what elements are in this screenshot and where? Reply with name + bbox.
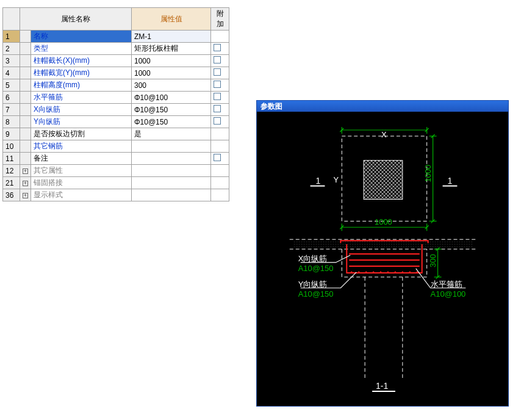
header-value[interactable]: 属性值 <box>132 8 211 31</box>
row-number-cell[interactable]: 5 <box>3 79 20 92</box>
table-row[interactable]: 12+其它属性 <box>3 165 229 177</box>
property-value-cell[interactable]: 矩形托板柱帽 <box>132 43 211 55</box>
table-row[interactable]: 9是否按板边切割是 <box>3 128 229 140</box>
row-number-cell[interactable]: 11 <box>3 153 20 165</box>
property-name-cell[interactable]: 是否按板边切割 <box>31 128 132 140</box>
checkbox-icon[interactable] <box>214 93 221 100</box>
dim-300-text: 300 <box>428 254 437 267</box>
row-number-cell[interactable]: 6 <box>3 92 20 104</box>
table-row[interactable]: 11备注 <box>3 153 229 165</box>
label-yrebar: Y向纵筋 <box>298 280 328 289</box>
property-value-cell[interactable] <box>132 189 211 201</box>
checkbox-icon[interactable] <box>214 44 221 51</box>
property-value-cell[interactable]: Φ10@150 <box>132 116 211 128</box>
expand-cell[interactable]: + <box>20 165 31 177</box>
plus-icon[interactable]: + <box>23 193 28 198</box>
checkbox-icon[interactable] <box>214 105 221 112</box>
table-row[interactable]: 21+锚固搭接 <box>3 177 229 189</box>
expand-cell <box>20 104 31 116</box>
row-number-cell[interactable]: 8 <box>3 116 20 128</box>
row-number-cell[interactable]: 36 <box>3 189 20 201</box>
table-row[interactable]: 6水平箍筋Φ10@100 <box>3 92 229 104</box>
table-row[interactable]: 5柱帽高度(mm)300 <box>3 79 229 92</box>
extra-cell[interactable] <box>211 104 229 116</box>
row-number-cell[interactable]: 21 <box>3 177 20 189</box>
extra-cell[interactable] <box>211 55 229 67</box>
row-number-cell[interactable]: 2 <box>3 43 20 55</box>
extra-cell <box>211 189 229 201</box>
table-row[interactable]: 7X向纵筋Φ10@150 <box>3 104 229 116</box>
extra-cell[interactable] <box>211 43 229 55</box>
plus-icon[interactable]: + <box>23 168 28 174</box>
property-value-cell[interactable]: 1000 <box>132 67 211 79</box>
expand-cell <box>20 116 31 128</box>
property-value-cell[interactable]: Φ10@100 <box>132 92 211 104</box>
section-label: 1-1 <box>376 381 388 391</box>
checkbox-icon[interactable] <box>214 154 221 161</box>
extra-cell[interactable] <box>211 79 229 92</box>
property-name-cell[interactable]: 柱帽高度(mm) <box>31 79 132 92</box>
extra-cell <box>211 165 229 177</box>
checkbox-icon[interactable] <box>214 56 221 63</box>
property-value-cell[interactable] <box>132 153 211 165</box>
property-value-cell[interactable] <box>132 165 211 177</box>
property-value-cell[interactable]: 是 <box>132 128 211 140</box>
property-value-cell[interactable]: ZM-1 <box>132 31 211 43</box>
table-row[interactable]: 10其它钢筋 <box>3 140 229 153</box>
label-y: Y <box>333 175 339 184</box>
expand-cell <box>20 153 31 165</box>
property-value-cell[interactable] <box>132 140 211 153</box>
checkbox-icon[interactable] <box>214 81 221 88</box>
checkbox-icon[interactable] <box>214 68 221 76</box>
property-name-cell[interactable]: 类型 <box>31 43 132 55</box>
row-number-cell[interactable]: 12 <box>3 165 20 177</box>
extra-cell[interactable] <box>211 67 229 79</box>
property-name-cell[interactable]: 水平箍筋 <box>31 92 132 104</box>
property-name-cell[interactable]: Y向纵筋 <box>31 116 132 128</box>
table-row[interactable]: 8Y向纵筋Φ10@150 <box>3 116 229 128</box>
property-name-cell[interactable]: 显示样式 <box>31 189 132 201</box>
expand-cell <box>20 43 31 55</box>
label-yval: A10@150 <box>298 289 334 299</box>
row-number-cell[interactable]: 7 <box>3 104 20 116</box>
svg-point-26 <box>416 272 418 273</box>
diagram-svg: X Y 1000 1000 1 <box>257 112 508 406</box>
diagram-body: X Y 1000 1000 1 <box>257 112 508 406</box>
expand-cell[interactable]: + <box>20 189 31 201</box>
plan-hatched-column <box>364 161 403 200</box>
expand-cell[interactable]: + <box>20 177 31 189</box>
table-row[interactable]: 36+显示样式 <box>3 189 229 201</box>
property-value-cell[interactable]: 300 <box>132 79 211 92</box>
svg-point-17 <box>351 272 353 273</box>
property-name-cell[interactable]: 备注 <box>31 153 132 165</box>
property-name-cell[interactable]: X向纵筋 <box>31 104 132 116</box>
row-number-cell[interactable]: 10 <box>3 140 20 153</box>
property-name-cell[interactable]: 柱帽截宽(Y)(mm) <box>31 67 132 79</box>
svg-point-18 <box>358 272 360 273</box>
row-number-cell[interactable]: 4 <box>3 67 20 79</box>
plus-icon[interactable]: + <box>23 181 28 186</box>
checkbox-icon[interactable] <box>214 117 221 125</box>
property-value-cell[interactable]: 1000 <box>132 55 211 67</box>
property-name-cell[interactable]: 其它属性 <box>31 165 132 177</box>
expand-cell <box>20 92 31 104</box>
property-name-cell[interactable]: 名称 <box>31 31 132 43</box>
table-row[interactable]: 2类型矩形托板柱帽 <box>3 43 229 55</box>
label-xval: A10@150 <box>298 264 334 273</box>
extra-cell[interactable] <box>211 92 229 104</box>
property-name-cell[interactable]: 柱帽截长(X)(mm) <box>31 55 132 67</box>
property-value-cell[interactable]: Φ10@150 <box>132 104 211 116</box>
property-name-cell[interactable]: 锚固搭接 <box>31 177 132 189</box>
expand-cell <box>20 128 31 140</box>
extra-cell[interactable] <box>211 116 229 128</box>
row-number-cell[interactable]: 3 <box>3 55 20 67</box>
row-number-cell[interactable]: 9 <box>3 128 20 140</box>
property-value-cell[interactable] <box>132 177 211 189</box>
extra-cell[interactable] <box>211 153 229 165</box>
row-number-cell[interactable]: 1 <box>3 31 20 43</box>
property-name-cell[interactable]: 其它钢筋 <box>31 140 132 153</box>
table-row[interactable]: 1名称ZM-1 <box>3 31 229 43</box>
table-row[interactable]: 4柱帽截宽(Y)(mm)1000 <box>3 67 229 79</box>
table-row[interactable]: 3柱帽截长(X)(mm)1000 <box>3 55 229 67</box>
extra-cell <box>211 31 229 43</box>
